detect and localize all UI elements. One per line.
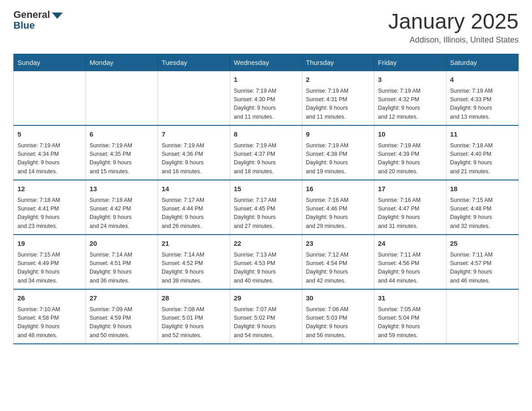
- day-number-19: 19: [17, 239, 82, 249]
- day-info-7: Sunrise: 7:19 AM Sunset: 4:36 PM Dayligh…: [162, 141, 226, 176]
- day-number-8: 8: [234, 129, 298, 140]
- calendar-week-3: 12Sunrise: 7:18 AM Sunset: 4:41 PM Dayli…: [14, 180, 519, 235]
- day-info-22: Sunrise: 7:13 AM Sunset: 4:53 PM Dayligh…: [234, 251, 298, 286]
- calendar-week-1: 1Sunrise: 7:19 AM Sunset: 4:30 PM Daylig…: [14, 71, 519, 126]
- day-number-22: 22: [234, 239, 298, 249]
- calendar-day-9: 9Sunrise: 7:19 AM Sunset: 4:38 PM Daylig…: [302, 125, 374, 180]
- calendar-day-19: 19Sunrise: 7:15 AM Sunset: 4:49 PM Dayli…: [14, 235, 86, 289]
- day-info-5: Sunrise: 7:19 AM Sunset: 4:34 PM Dayligh…: [17, 141, 82, 176]
- calendar-table: SundayMondayTuesdayWednesdayThursdayFrid…: [13, 54, 519, 344]
- calendar-day-27: 27Sunrise: 7:09 AM Sunset: 4:59 PM Dayli…: [86, 289, 158, 344]
- calendar-day-18: 18Sunrise: 7:15 AM Sunset: 4:48 PM Dayli…: [446, 180, 519, 235]
- calendar-day-29: 29Sunrise: 7:07 AM Sunset: 5:02 PM Dayli…: [230, 289, 302, 344]
- day-number-27: 27: [90, 293, 154, 304]
- day-info-4: Sunrise: 7:19 AM Sunset: 4:33 PM Dayligh…: [450, 87, 515, 122]
- calendar-day-6: 6Sunrise: 7:19 AM Sunset: 4:35 PM Daylig…: [86, 125, 158, 180]
- day-number-20: 20: [90, 239, 154, 249]
- day-number-7: 7: [162, 129, 226, 140]
- day-info-11: Sunrise: 7:18 AM Sunset: 4:40 PM Dayligh…: [450, 141, 515, 176]
- day-info-27: Sunrise: 7:09 AM Sunset: 4:59 PM Dayligh…: [90, 305, 154, 340]
- calendar-day-12: 12Sunrise: 7:18 AM Sunset: 4:41 PM Dayli…: [14, 180, 86, 235]
- page-header: General Blue January 2025 Addison, Illin…: [13, 9, 519, 45]
- calendar-day-17: 17Sunrise: 7:16 AM Sunset: 4:47 PM Dayli…: [374, 180, 446, 235]
- header-day-saturday: Saturday: [446, 54, 519, 71]
- day-number-11: 11: [450, 129, 515, 140]
- header-day-monday: Monday: [86, 54, 158, 71]
- calendar-day-11: 11Sunrise: 7:18 AM Sunset: 4:40 PM Dayli…: [446, 125, 519, 180]
- logo-general-text: General: [13, 9, 50, 21]
- month-title: January 2025: [388, 9, 519, 34]
- day-info-23: Sunrise: 7:12 AM Sunset: 4:54 PM Dayligh…: [306, 251, 370, 286]
- day-number-28: 28: [162, 293, 226, 304]
- day-info-29: Sunrise: 7:07 AM Sunset: 5:02 PM Dayligh…: [234, 305, 298, 340]
- day-number-15: 15: [234, 184, 298, 194]
- day-info-12: Sunrise: 7:18 AM Sunset: 4:41 PM Dayligh…: [17, 196, 82, 231]
- calendar-day-22: 22Sunrise: 7:13 AM Sunset: 4:53 PM Dayli…: [230, 235, 302, 289]
- calendar-week-2: 5Sunrise: 7:19 AM Sunset: 4:34 PM Daylig…: [14, 125, 519, 180]
- calendar-day-26: 26Sunrise: 7:10 AM Sunset: 4:58 PM Dayli…: [14, 289, 86, 344]
- day-info-3: Sunrise: 7:19 AM Sunset: 4:32 PM Dayligh…: [378, 87, 442, 122]
- calendar-day-5: 5Sunrise: 7:19 AM Sunset: 4:34 PM Daylig…: [14, 125, 86, 180]
- logo-blue-text: Blue: [13, 20, 35, 31]
- day-number-25: 25: [450, 239, 515, 249]
- calendar-day-23: 23Sunrise: 7:12 AM Sunset: 4:54 PM Dayli…: [302, 235, 374, 289]
- calendar-day-7: 7Sunrise: 7:19 AM Sunset: 4:36 PM Daylig…: [158, 125, 230, 180]
- day-info-1: Sunrise: 7:19 AM Sunset: 4:30 PM Dayligh…: [234, 87, 298, 122]
- day-number-5: 5: [17, 129, 82, 140]
- calendar-day-15: 15Sunrise: 7:17 AM Sunset: 4:45 PM Dayli…: [230, 180, 302, 235]
- day-number-10: 10: [378, 129, 442, 140]
- day-info-21: Sunrise: 7:14 AM Sunset: 4:52 PM Dayligh…: [162, 251, 226, 286]
- calendar-day-4: 4Sunrise: 7:19 AM Sunset: 4:33 PM Daylig…: [446, 71, 519, 126]
- calendar-day-16: 16Sunrise: 7:16 AM Sunset: 4:46 PM Dayli…: [302, 180, 374, 235]
- calendar-day-14: 14Sunrise: 7:17 AM Sunset: 4:44 PM Dayli…: [158, 180, 230, 235]
- calendar-day-20: 20Sunrise: 7:14 AM Sunset: 4:51 PM Dayli…: [86, 235, 158, 289]
- day-number-21: 21: [162, 239, 226, 249]
- day-info-24: Sunrise: 7:11 AM Sunset: 4:56 PM Dayligh…: [378, 251, 442, 286]
- day-info-6: Sunrise: 7:19 AM Sunset: 4:35 PM Dayligh…: [90, 141, 154, 176]
- empty-cell: [446, 289, 519, 344]
- day-info-19: Sunrise: 7:15 AM Sunset: 4:49 PM Dayligh…: [17, 251, 82, 286]
- calendar-day-1: 1Sunrise: 7:19 AM Sunset: 4:30 PM Daylig…: [230, 71, 302, 126]
- calendar-body: 1Sunrise: 7:19 AM Sunset: 4:30 PM Daylig…: [14, 71, 519, 344]
- day-info-2: Sunrise: 7:19 AM Sunset: 4:31 PM Dayligh…: [306, 87, 370, 122]
- day-info-17: Sunrise: 7:16 AM Sunset: 4:47 PM Dayligh…: [378, 196, 442, 231]
- day-number-26: 26: [17, 293, 82, 304]
- day-info-30: Sunrise: 7:06 AM Sunset: 5:03 PM Dayligh…: [306, 305, 370, 340]
- day-number-24: 24: [378, 239, 442, 249]
- day-info-13: Sunrise: 7:18 AM Sunset: 4:42 PM Dayligh…: [90, 196, 154, 231]
- day-info-20: Sunrise: 7:14 AM Sunset: 4:51 PM Dayligh…: [90, 251, 154, 286]
- day-number-18: 18: [450, 184, 515, 194]
- calendar-day-13: 13Sunrise: 7:18 AM Sunset: 4:42 PM Dayli…: [86, 180, 158, 235]
- calendar-day-8: 8Sunrise: 7:19 AM Sunset: 4:37 PM Daylig…: [230, 125, 302, 180]
- day-number-14: 14: [162, 184, 226, 194]
- day-info-14: Sunrise: 7:17 AM Sunset: 4:44 PM Dayligh…: [162, 196, 226, 231]
- day-number-17: 17: [378, 184, 442, 194]
- day-number-12: 12: [17, 184, 82, 194]
- header-day-sunday: Sunday: [14, 54, 86, 71]
- title-area: January 2025 Addison, Illinois, United S…: [388, 9, 519, 45]
- day-number-1: 1: [234, 75, 298, 85]
- day-number-31: 31: [378, 293, 442, 304]
- header-day-friday: Friday: [374, 54, 446, 71]
- day-number-29: 29: [234, 293, 298, 304]
- day-info-25: Sunrise: 7:11 AM Sunset: 4:57 PM Dayligh…: [450, 251, 515, 286]
- calendar-day-25: 25Sunrise: 7:11 AM Sunset: 4:57 PM Dayli…: [446, 235, 519, 289]
- logo: General Blue: [13, 9, 63, 31]
- empty-cell: [158, 71, 230, 126]
- logo-arrow-icon: [52, 13, 63, 19]
- day-number-23: 23: [306, 239, 370, 249]
- calendar-day-28: 28Sunrise: 7:08 AM Sunset: 5:01 PM Dayli…: [158, 289, 230, 344]
- calendar-day-31: 31Sunrise: 7:05 AM Sunset: 5:04 PM Dayli…: [374, 289, 446, 344]
- day-number-4: 4: [450, 75, 515, 85]
- calendar-day-10: 10Sunrise: 7:19 AM Sunset: 4:39 PM Dayli…: [374, 125, 446, 180]
- day-info-8: Sunrise: 7:19 AM Sunset: 4:37 PM Dayligh…: [234, 141, 298, 176]
- day-number-9: 9: [306, 129, 370, 140]
- day-info-10: Sunrise: 7:19 AM Sunset: 4:39 PM Dayligh…: [378, 141, 442, 176]
- calendar-week-5: 26Sunrise: 7:10 AM Sunset: 4:58 PM Dayli…: [14, 289, 519, 344]
- day-info-15: Sunrise: 7:17 AM Sunset: 4:45 PM Dayligh…: [234, 196, 298, 231]
- empty-cell: [86, 71, 158, 126]
- day-number-6: 6: [90, 129, 154, 140]
- header-day-tuesday: Tuesday: [158, 54, 230, 71]
- day-info-16: Sunrise: 7:16 AM Sunset: 4:46 PM Dayligh…: [306, 196, 370, 231]
- day-number-3: 3: [378, 75, 442, 85]
